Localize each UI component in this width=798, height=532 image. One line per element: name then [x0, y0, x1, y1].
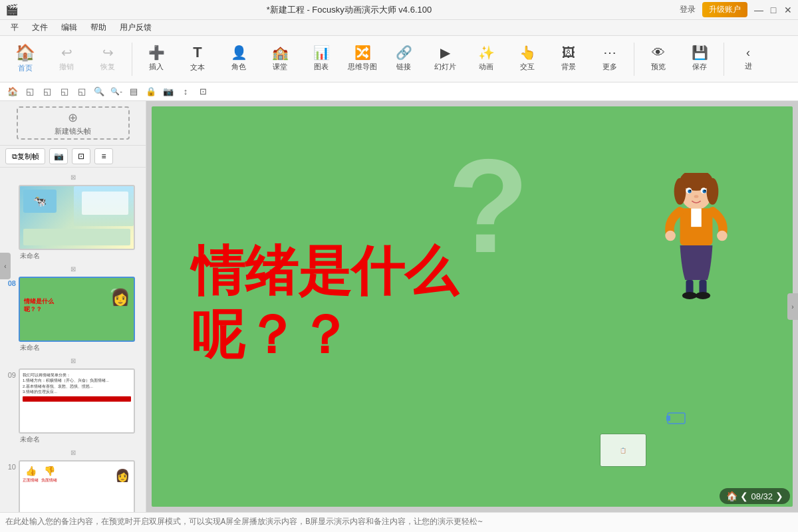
- toolbar-preview[interactable]: 👁 预览: [638, 38, 678, 80]
- slide-label-8: 未命名: [19, 343, 143, 352]
- toolbar-classroom[interactable]: 🏫 课堂: [260, 38, 300, 80]
- nav-prev-btn[interactable]: ❮: [740, 491, 748, 501]
- toolbar-save[interactable]: 💾 保存: [680, 38, 720, 80]
- nav-next-btn[interactable]: ❯: [775, 491, 783, 501]
- nav-home-btn[interactable]: 🏠: [726, 491, 737, 501]
- toolbar-home[interactable]: 🏠 首页: [5, 38, 45, 80]
- toolbar-link[interactable]: 🔗 链接: [384, 38, 424, 80]
- slide-thumbnail-container-8[interactable]: ? 👩 情绪是什么 呢？？ 未命名: [19, 277, 143, 352]
- copy-frame-btn[interactable]: ⧉ 复制帧: [5, 148, 45, 164]
- menu-ping[interactable]: 平: [5, 21, 24, 35]
- text-icon: T: [193, 45, 201, 60]
- slide-thumbnail-9[interactable]: 我们可以将情绪简单分类： 1.情绪方向：积极情绪（开心、兴奋）负面情绪... 2…: [19, 368, 135, 434]
- toolbar-redo[interactable]: ↪ 恢复: [88, 38, 128, 80]
- canvas-question-mark: ?: [448, 140, 529, 273]
- options-frame-btn[interactable]: ≡: [94, 148, 113, 164]
- sidebar-collapse-button[interactable]: ‹: [0, 253, 11, 279]
- toolbar-animation-label: 动画: [479, 62, 493, 72]
- svg-point-17: [682, 292, 697, 299]
- sec-align2-btn[interactable]: ◱: [40, 84, 55, 99]
- notes-input[interactable]: [5, 516, 793, 533]
- toolbar-character[interactable]: 👤 角色: [219, 38, 259, 80]
- svg-rect-12: [691, 208, 702, 227]
- toolbar-interact[interactable]: 👆 交互: [507, 38, 547, 80]
- fit-frame-btn[interactable]: ⊡: [72, 148, 90, 164]
- login-button[interactable]: 登录: [680, 4, 696, 15]
- upgrade-button[interactable]: 升级账户: [702, 2, 747, 17]
- separator-icon-10: ⊠: [70, 449, 76, 456]
- svg-point-3: [707, 178, 719, 205]
- slide-thumbnail-8[interactable]: ? 👩 情绪是什么 呢？？: [19, 277, 135, 342]
- slide-item-7[interactable]: 🐄 未命名: [3, 184, 143, 262]
- sec-layout-btn[interactable]: ▤: [126, 84, 141, 99]
- canvas[interactable]: ? 情绪是什么 呢？？: [152, 106, 793, 507]
- app-icon: 🎬: [5, 3, 19, 16]
- toolbar-undo-label: 撤销: [59, 62, 74, 72]
- toolbar-interact-label: 交互: [520, 62, 535, 72]
- undo-icon: ↩: [61, 46, 72, 59]
- sec-grid-btn[interactable]: ⊡: [196, 84, 210, 99]
- separator-icon-8: ⊠: [70, 265, 76, 273]
- slide-thumbnail-10[interactable]: 👍 正面情绪 👎 负面情绪 👩 情绪: [19, 460, 135, 512]
- toolbar-character-label: 角色: [231, 62, 246, 72]
- sec-home-btn[interactable]: 🏠: [5, 84, 20, 99]
- slide-item-8[interactable]: 08 ? 👩 情绪是什么 呢？？ 未命名: [3, 275, 143, 354]
- sec-camera-btn[interactable]: 📷: [161, 84, 176, 99]
- toolbar-background-label: 背景: [561, 62, 576, 72]
- sec-zoom-in-btn[interactable]: 🔍: [92, 84, 106, 99]
- menu-file[interactable]: 文件: [27, 21, 53, 35]
- toolbar-home-label: 首页: [18, 63, 33, 73]
- secondary-toolbar: 🏠 ◱ ◱ ◱ ◱ 🔍 🔍- ▤ 🔒 📷 ↕ ⊡: [0, 82, 798, 101]
- sec-align1-btn[interactable]: ◱: [23, 84, 37, 99]
- slide-separator-8: ⊠: [3, 262, 143, 275]
- close-button[interactable]: ✕: [783, 5, 793, 15]
- right-panel-expand-button[interactable]: ›: [787, 293, 798, 320]
- svg-point-7: [702, 190, 706, 194]
- new-frame-button[interactable]: ⊕ 新建镜头帧: [17, 106, 130, 140]
- toolbar-insert[interactable]: ➕ 插入: [136, 38, 176, 80]
- menu-feedback[interactable]: 用户反馈: [114, 21, 157, 35]
- background-icon: 🖼: [562, 46, 575, 59]
- slide-thumbnail-7[interactable]: 🐄: [19, 185, 135, 250]
- toolbar-mindmap[interactable]: 🔀 思维导图: [342, 38, 382, 80]
- sec-align3-btn[interactable]: ◱: [57, 84, 72, 99]
- toolbar-text[interactable]: T 文本: [178, 38, 217, 80]
- slide-thumbnail-container-9[interactable]: 我们可以将情绪简单分类： 1.情绪方向：积极情绪（开心、兴奋）负面情绪... 2…: [19, 368, 143, 444]
- sec-zoom-out-btn[interactable]: 🔍-: [109, 84, 124, 99]
- menu-help[interactable]: 帮助: [85, 21, 112, 35]
- svg-point-6: [688, 190, 692, 194]
- sidebar-header: ⊕ 新建镜头帧: [0, 101, 146, 146]
- canvas-selection-handle: [666, 412, 686, 427]
- slide-number-7: [3, 185, 16, 188]
- slide-thumbnail-container-7[interactable]: 🐄 未命名: [19, 185, 143, 261]
- slide-item-10[interactable]: 10 👍 正面情绪 👎 负面情绪 👩: [3, 459, 143, 512]
- toolbar-animation[interactable]: ✨ 动画: [466, 38, 506, 80]
- main-area: ⊕ 新建镜头帧 ⧉ 复制帧 📷 ⊡ ≡ ⊠ 🐄: [0, 101, 798, 512]
- toolbar-more[interactable]: ⋯ 更多: [590, 38, 630, 80]
- minimize-button[interactable]: —: [754, 5, 763, 15]
- canvas-info-box: 📋: [600, 434, 646, 467]
- svg-point-9: [704, 190, 706, 192]
- sec-align4-btn[interactable]: ◱: [74, 84, 89, 99]
- svg-rect-20: [666, 416, 670, 421]
- slide-item-9[interactable]: 09 我们可以将情绪简单分类： 1.情绪方向：积极情绪（开心、兴奋）负面情绪..…: [3, 367, 143, 446]
- menu-edit[interactable]: 编辑: [56, 21, 82, 35]
- thumb-character: 👩: [110, 288, 130, 307]
- toolbar-undo[interactable]: ↩ 撤销: [47, 38, 86, 80]
- separator-icon-9: ⊠: [70, 357, 76, 364]
- maximize-button[interactable]: □: [769, 5, 778, 15]
- sec-resize-btn[interactable]: ↕: [178, 84, 193, 99]
- preview-icon: 👁: [652, 46, 665, 59]
- canvas-main-text[interactable]: 情绪是什么 呢？？: [192, 239, 458, 367]
- slide-number-9: 09: [3, 368, 16, 379]
- toolbar-background[interactable]: 🖼 背景: [549, 38, 589, 80]
- slide-separator-9: ⊠: [3, 354, 143, 367]
- slide-thumbnail-container-10[interactable]: 👍 正面情绪 👎 负面情绪 👩 情绪: [19, 460, 143, 512]
- svg-point-13: [665, 231, 676, 241]
- toolbar-chart[interactable]: 📊 图表: [301, 38, 341, 80]
- toolbar-slideshow[interactable]: ▶ 幻灯片: [425, 38, 465, 80]
- camera-frame-btn[interactable]: 📷: [49, 148, 68, 164]
- sec-lock-btn[interactable]: 🔒: [144, 84, 158, 99]
- toolbar-forward[interactable]: ‹ 进: [728, 38, 768, 80]
- mindmap-icon: 🔀: [354, 46, 371, 59]
